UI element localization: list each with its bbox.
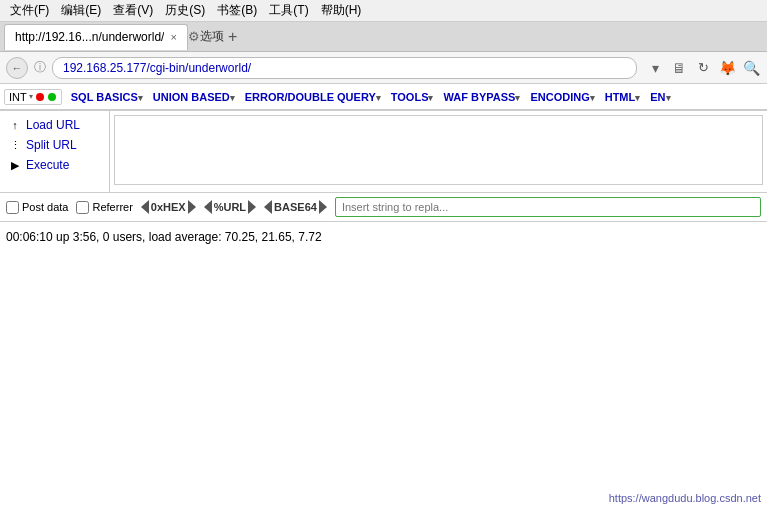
- tab-title: http://192.16...n/underworld/: [15, 30, 164, 44]
- refresh-button[interactable]: ↻: [693, 58, 713, 78]
- gear-icon[interactable]: ⚙: [188, 29, 200, 44]
- base64-label: BASE64: [274, 201, 317, 213]
- post-data-checkbox-label[interactable]: Post data: [6, 201, 68, 214]
- int-arrow: ▾: [29, 92, 33, 101]
- menu-error-double-query[interactable]: ERROR/DOUBLE QUERY: [240, 91, 386, 103]
- menu-tools[interactable]: 工具(T): [263, 2, 314, 19]
- menu-file[interactable]: 文件(F): [4, 2, 55, 19]
- post-data-checkbox[interactable]: [6, 201, 19, 214]
- firefox-icon: 🦊: [717, 58, 737, 78]
- bottom-toolbar: Post data Referrer 0xHEX %URL BASE64: [0, 192, 767, 222]
- execute-action[interactable]: ▶ Execute: [2, 155, 107, 175]
- status-green-dot: [48, 93, 56, 101]
- menu-union-based[interactable]: UNION BASED: [148, 91, 240, 103]
- split-url-action[interactable]: ⋮ Split URL: [2, 135, 107, 155]
- monitor-icon[interactable]: 🖥: [669, 58, 689, 78]
- browser-tab[interactable]: http://192.16...n/underworld/ ×: [4, 24, 188, 50]
- url-encode-group[interactable]: %URL: [204, 200, 256, 214]
- info-icon: ⓘ: [34, 59, 46, 76]
- menu-tools[interactable]: TOOLS: [386, 91, 439, 103]
- status-red-dot: [36, 93, 44, 101]
- menu-bookmarks[interactable]: 书签(B): [211, 2, 263, 19]
- dropdown-icon[interactable]: ▾: [645, 58, 665, 78]
- menu-help[interactable]: 帮助(H): [315, 2, 368, 19]
- options-label[interactable]: 选项: [200, 28, 224, 45]
- split-url-label: Split URL: [26, 138, 77, 152]
- post-data-label: Post data: [22, 201, 68, 213]
- replace-input[interactable]: [335, 197, 761, 217]
- hex-arrow-left: [141, 200, 149, 214]
- execute-icon: ▶: [8, 158, 22, 172]
- hex-encode-group[interactable]: 0xHEX: [141, 200, 196, 214]
- search-icon[interactable]: 🔍: [741, 58, 761, 78]
- address-bar: ← ⓘ ▾ 🖥 ↻ 🦊 🔍: [0, 52, 767, 84]
- int-label: INT: [9, 91, 27, 103]
- load-url-icon: ↑: [8, 118, 22, 132]
- body-content: ↑ Load URL ⋮ Split URL ▶ Execute Post da…: [0, 110, 767, 508]
- menu-html[interactable]: HTML: [600, 91, 646, 103]
- footer-link[interactable]: https://wangdudu.blog.csdn.net: [609, 492, 761, 504]
- referrer-label: Referrer: [92, 201, 132, 213]
- int-select[interactable]: INT ▾: [4, 89, 62, 105]
- url-arrow-left: [204, 200, 212, 214]
- url-textarea[interactable]: [114, 115, 763, 185]
- status-bar: 00:06:10 up 3:56, 0 users, load average:…: [0, 222, 767, 252]
- hex-arrow-right: [188, 200, 196, 214]
- url-input[interactable]: [52, 57, 637, 79]
- status-text: 00:06:10 up 3:56, 0 users, load average:…: [6, 230, 322, 244]
- menu-sql-basics[interactable]: SQL BASICS: [66, 91, 148, 103]
- menu-bar: 文件(F) 编辑(E) 查看(V) 历史(S) 书签(B) 工具(T) 帮助(H…: [0, 0, 767, 22]
- execute-label: Execute: [26, 158, 69, 172]
- back-button[interactable]: ←: [6, 57, 28, 79]
- load-url-label: Load URL: [26, 118, 80, 132]
- base64-encode-group[interactable]: BASE64: [264, 200, 327, 214]
- middle-row: ↑ Load URL ⋮ Split URL ▶ Execute: [0, 110, 767, 192]
- split-url-icon: ⋮: [8, 138, 22, 152]
- url-arrow-right: [248, 200, 256, 214]
- menu-view[interactable]: 查看(V): [107, 2, 159, 19]
- hex-label: 0xHEX: [151, 201, 186, 213]
- menu-en[interactable]: EN: [645, 91, 675, 103]
- referrer-checkbox[interactable]: [76, 201, 89, 214]
- load-url-action[interactable]: ↑ Load URL: [2, 115, 107, 135]
- menu-waf-bypass[interactable]: WAF BYPASS: [438, 91, 525, 103]
- menu-edit[interactable]: 编辑(E): [55, 2, 107, 19]
- address-icons: ▾ 🖥 ↻ 🦊 🔍: [645, 58, 761, 78]
- base64-arrow-left: [264, 200, 272, 214]
- referrer-checkbox-label[interactable]: Referrer: [76, 201, 132, 214]
- tab-bar: http://192.16...n/underworld/ × ⚙ 选项 +: [0, 22, 767, 52]
- tab-close-button[interactable]: ×: [170, 31, 176, 43]
- menu-history[interactable]: 历史(S): [159, 2, 211, 19]
- sqlmap-toolbar: INT ▾ SQL BASICS UNION BASED ERROR/DOUBL…: [0, 84, 767, 110]
- text-area-panel: [110, 111, 767, 192]
- url-label: %URL: [214, 201, 246, 213]
- menu-encoding[interactable]: ENCODING: [525, 91, 599, 103]
- left-panel: ↑ Load URL ⋮ Split URL ▶ Execute: [0, 111, 110, 192]
- base64-arrow-right: [319, 200, 327, 214]
- new-tab-button[interactable]: +: [228, 29, 237, 45]
